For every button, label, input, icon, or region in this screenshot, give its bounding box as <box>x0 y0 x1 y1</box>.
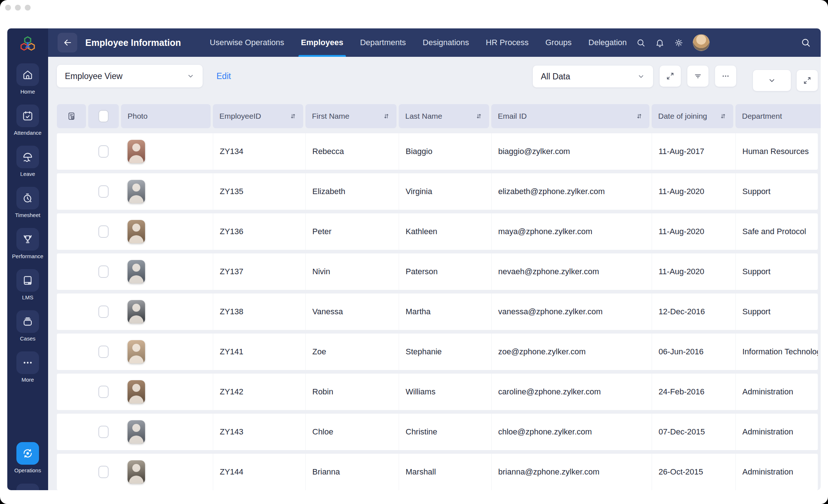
data-range-dropdown[interactable]: All Data <box>533 66 653 87</box>
cell-department: Administration <box>735 454 818 490</box>
nav-tab-employees[interactable]: Employees <box>293 28 352 57</box>
edit-view-link[interactable]: Edit <box>216 65 231 87</box>
column-header-employeeid[interactable]: EmployeeID <box>213 104 303 128</box>
row-checkbox[interactable] <box>98 185 109 198</box>
table-row[interactable]: ZY138VanessaMarthavanessa@zphone.zylker.… <box>57 294 818 330</box>
cell-last-name: Christine <box>399 414 489 450</box>
employee-photo <box>128 460 145 484</box>
cell-first-name: Robin <box>305 374 397 410</box>
gear-icon[interactable] <box>674 38 684 48</box>
chevron-down-icon <box>637 72 645 80</box>
cell-email: zoe@zphone.zylker.com <box>491 334 649 370</box>
cell-employee-id: ZY142 <box>213 374 303 410</box>
ellipsis-button[interactable] <box>715 66 736 87</box>
user-avatar[interactable] <box>693 34 710 51</box>
row-checkbox[interactable] <box>98 466 109 478</box>
column-header-first-name[interactable]: First Name <box>305 104 397 128</box>
column-header-last-name[interactable]: Last Name <box>399 104 489 128</box>
table-row[interactable]: ZY134RebeccaBiaggiobiaggio@zylker.com11-… <box>57 133 818 170</box>
table-row[interactable]: ZY144BriannaMarshallbrianna@zphone.zylke… <box>57 454 818 490</box>
top-navigation-bar: Employee Information Userwise Operations… <box>48 28 821 57</box>
app-window: HomeAttendanceLeaveTimesheetPerformanceL… <box>0 0 828 504</box>
select-mode-header-cell[interactable] <box>57 104 86 128</box>
table-row[interactable]: ZY141ZoeStephaniezoe@zphone.zylker.com06… <box>57 334 818 370</box>
page-size-dropdown[interactable] <box>753 70 791 91</box>
cell-photo <box>121 253 211 290</box>
cell-department: Administration <box>735 374 818 410</box>
cell-employee-id: ZY135 <box>213 173 303 210</box>
back-button[interactable] <box>58 33 77 52</box>
nav-tab-label: Userwise Operations <box>210 38 284 47</box>
cell-photo <box>121 173 211 210</box>
cell-photo <box>121 133 211 170</box>
nav-tab-delegation[interactable]: Delegation <box>580 28 635 57</box>
table-row[interactable]: ZY135ElizabethVirginiaelizabeth@zphone.z… <box>57 173 818 210</box>
window-close-button[interactable] <box>5 5 11 11</box>
global-search-icon[interactable] <box>800 37 811 48</box>
row-checkbox[interactable] <box>98 346 109 358</box>
cell-first-name: Elizabeth <box>305 173 397 210</box>
window-maximize-button[interactable] <box>25 5 31 11</box>
cell-photo <box>121 414 211 450</box>
sidebar-item-more[interactable]: More <box>16 351 39 383</box>
sidebar-item-cases[interactable]: Cases <box>16 310 39 342</box>
column-header-date-of-joining[interactable]: Date of joining <box>652 104 733 128</box>
table-row[interactable]: ZY136PeterKathleenmaya@zphone.zylker.com… <box>57 213 818 250</box>
cell-first-name: Zoe <box>305 334 397 370</box>
sort-icon[interactable] <box>719 113 727 120</box>
column-header-email-id[interactable]: Email ID <box>491 104 649 128</box>
nav-tab-userwise-operations[interactable]: Userwise Operations <box>202 28 293 57</box>
performance-icon <box>16 228 39 251</box>
toolbar: Employee View Edit All Data <box>57 65 818 91</box>
nav-tab-departments[interactable]: Departments <box>352 28 414 57</box>
bell-icon[interactable] <box>655 38 665 48</box>
row-checkbox[interactable] <box>98 306 109 318</box>
table-row[interactable]: ZY137NivinPatersonnevaeh@zphone.zylker.c… <box>57 253 818 290</box>
sidebar-item-home[interactable]: Home <box>16 63 39 95</box>
table-row[interactable]: ZY143ChloeChristinechloe@zphone.zylker.c… <box>57 414 818 450</box>
table-row[interactable]: ZY142RobinWilliamscaroline@zphone.zylker… <box>57 374 818 410</box>
cell-photo <box>121 213 211 250</box>
expand-button[interactable] <box>660 66 681 87</box>
sort-icon[interactable] <box>636 113 643 120</box>
employee-photo <box>128 420 145 444</box>
fullscreen-button[interactable] <box>797 70 818 91</box>
row-checkbox[interactable] <box>98 145 109 158</box>
cell-date-of-joining: 06-Jun-2016 <box>652 334 733 370</box>
window-minimize-button[interactable] <box>15 5 21 11</box>
sidebar-item-label: Timesheet <box>15 212 40 218</box>
sidebar-item-leave[interactable]: Leave <box>16 146 39 177</box>
sidebar-item-operations[interactable]: Operations <box>7 442 48 473</box>
row-checkbox[interactable] <box>98 386 109 398</box>
cell-empty <box>57 253 86 290</box>
sidebar-item-lms[interactable]: LMS <box>16 269 39 300</box>
nav-tab-designations[interactable]: Designations <box>414 28 477 57</box>
search-icon[interactable] <box>636 38 646 48</box>
sidebar-item-performance[interactable]: Performance <box>12 228 43 259</box>
nav-tab-groups[interactable]: Groups <box>537 28 580 57</box>
cell-department: Administration <box>735 414 818 450</box>
sidebar-item-label: More <box>22 377 34 383</box>
sort-icon[interactable] <box>383 113 390 120</box>
sidebar-item-timesheet[interactable]: Timesheet <box>15 187 40 218</box>
sidebar-item-attendance[interactable]: Attendance <box>14 105 42 136</box>
cell-empty <box>57 133 86 170</box>
nav-tab-hr-process[interactable]: HR Process <box>477 28 537 57</box>
row-checkbox[interactable] <box>98 265 109 278</box>
column-header-label: Date of joining <box>658 112 707 121</box>
sort-icon[interactable] <box>289 113 297 120</box>
window-controls <box>5 5 31 11</box>
cell-email: brianna@zphone.zylker.com <box>491 454 649 490</box>
row-checkbox[interactable] <box>98 426 109 438</box>
sort-icon[interactable] <box>475 113 483 120</box>
row-checkbox[interactable] <box>98 225 109 238</box>
cell-last-name: Stephanie <box>399 334 489 370</box>
ellipsis-icon <box>721 72 730 80</box>
view-selector-dropdown[interactable]: Employee View <box>57 65 203 87</box>
nav-icon-cluster <box>636 34 710 51</box>
column-header-department[interactable]: Department <box>735 104 821 128</box>
filter-button[interactable] <box>687 66 708 87</box>
cell-checkbox <box>88 454 119 490</box>
select-all-checkbox[interactable] <box>98 110 109 122</box>
sidebar-item-label: Performance <box>12 253 43 259</box>
